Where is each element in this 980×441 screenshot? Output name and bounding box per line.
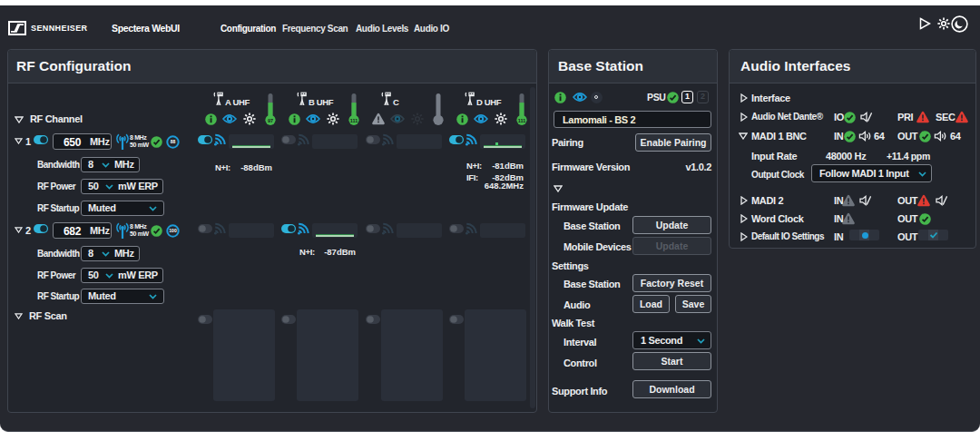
svg-text:88: 88 [170,139,175,144]
svg-text:111: 111 [518,118,526,123]
svg-text:111: 111 [350,118,358,123]
svg-text:100: 100 [169,228,177,233]
svg-text:97: 97 [268,118,273,123]
